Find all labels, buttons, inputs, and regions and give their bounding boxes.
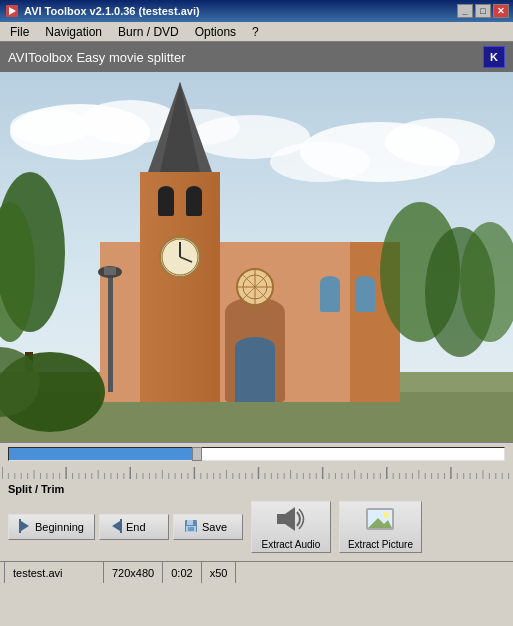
- app-header-title: AVIToolbox Easy movie splitter: [8, 50, 186, 65]
- svg-marker-133: [21, 521, 29, 531]
- svg-point-40: [320, 276, 340, 288]
- window-controls: _ □ ✕: [457, 4, 509, 18]
- svg-rect-132: [19, 519, 21, 533]
- svg-marker-135: [112, 521, 120, 531]
- extract-picture-button[interactable]: Extract Picture: [339, 501, 422, 553]
- save-icon: [184, 519, 198, 536]
- status-filename: testest.avi: [4, 562, 104, 583]
- window-title: AVI Toolbox v2.1.0.36 (testest.avi): [24, 5, 457, 17]
- beginning-icon: [19, 519, 31, 536]
- app-icon: [4, 3, 20, 19]
- maximize-button[interactable]: □: [475, 4, 491, 18]
- beginning-button[interactable]: Beginning: [8, 514, 95, 540]
- seekbar-area: [0, 442, 513, 463]
- svg-point-24: [186, 186, 202, 198]
- title-bar: AVI Toolbox v2.1.0.36 (testest.avi) _ □ …: [0, 0, 513, 22]
- menu-help[interactable]: ?: [244, 23, 267, 41]
- extract-picture-icon: [364, 504, 396, 536]
- menu-navigation[interactable]: Navigation: [37, 23, 110, 41]
- extract-picture-label: Extract Picture: [348, 539, 413, 550]
- seekbar-fill: [9, 448, 197, 460]
- close-button[interactable]: ✕: [493, 4, 509, 18]
- svg-point-42: [355, 276, 375, 288]
- svg-rect-140: [277, 514, 285, 524]
- svg-point-32: [235, 337, 275, 357]
- svg-rect-45: [104, 267, 116, 275]
- controls-area: Split / Trim Beginning End: [0, 479, 513, 561]
- svg-rect-134: [120, 519, 122, 533]
- header-logo: K: [483, 46, 505, 68]
- save-label: Save: [202, 521, 227, 533]
- end-icon: [110, 519, 122, 536]
- video-area[interactable]: [0, 72, 513, 442]
- split-trim-label: Split / Trim: [8, 483, 505, 495]
- video-display: [0, 72, 513, 442]
- menu-bar: File Navigation Burn / DVD Options ?: [0, 22, 513, 42]
- app-name: AVIToolbox: [8, 50, 73, 65]
- minimize-button[interactable]: _: [457, 4, 473, 18]
- save-button[interactable]: Save: [173, 514, 243, 540]
- svg-point-23: [158, 186, 174, 198]
- status-zoom: x50: [202, 562, 237, 583]
- svg-marker-141: [285, 507, 295, 531]
- svg-rect-139: [188, 527, 194, 531]
- seekbar-track[interactable]: [8, 447, 505, 461]
- status-bar: testest.avi 720x480 0:02 x50: [0, 561, 513, 583]
- menu-file[interactable]: File: [2, 23, 37, 41]
- beginning-label: Beginning: [35, 521, 84, 533]
- timeline-ruler: [0, 463, 513, 479]
- svg-point-144: [383, 512, 389, 518]
- menu-burn-dvd[interactable]: Burn / DVD: [110, 23, 187, 41]
- seekbar-thumb[interactable]: [192, 447, 202, 461]
- status-resolution: 720x480: [104, 562, 163, 583]
- extract-audio-icon: [275, 504, 307, 536]
- app-header: AVIToolbox Easy movie splitter K: [0, 42, 513, 72]
- svg-point-7: [385, 118, 495, 166]
- svg-point-5: [10, 109, 90, 145]
- extract-audio-label: Extract Audio: [261, 539, 320, 550]
- status-duration: 0:02: [163, 562, 201, 583]
- end-button[interactable]: End: [99, 514, 169, 540]
- buttons-row: Beginning End Save: [8, 501, 505, 553]
- svg-rect-43: [108, 272, 113, 392]
- timeline-ticks: [2, 463, 511, 479]
- extract-audio-button[interactable]: Extract Audio: [251, 501, 331, 553]
- app-subtitle: Easy movie splitter: [76, 50, 185, 65]
- menu-options[interactable]: Options: [187, 23, 244, 41]
- end-label: End: [126, 521, 146, 533]
- svg-rect-137: [187, 520, 193, 525]
- svg-rect-18: [140, 172, 220, 402]
